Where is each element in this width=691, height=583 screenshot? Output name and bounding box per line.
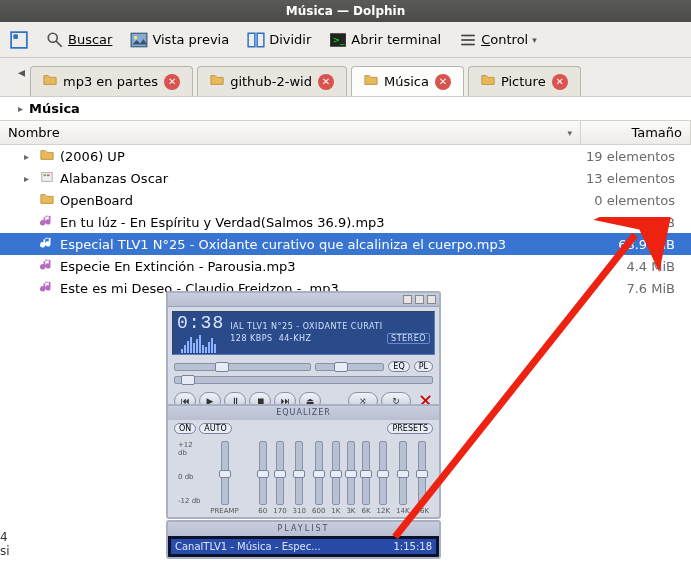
eq-band-label: 14K — [396, 507, 410, 515]
folder-icon — [38, 192, 56, 209]
preview-icon — [130, 31, 148, 49]
tab-scroll-left-icon[interactable]: ◂ — [18, 64, 25, 80]
svg-rect-1 — [13, 34, 18, 39]
player-min-button[interactable] — [403, 295, 412, 304]
seek-slider[interactable] — [174, 376, 433, 384]
eq-band-slider[interactable] — [315, 441, 323, 505]
svg-point-2 — [48, 33, 57, 42]
music-icon — [38, 214, 56, 231]
column-header-name[interactable]: Nombre ▾ — [0, 121, 581, 144]
eq-on-button[interactable]: ON — [174, 423, 196, 434]
svg-text:>_: >_ — [333, 35, 346, 45]
file-list: ▸(2006) UP19 elementos▸Alabanzas Oscar13… — [0, 145, 691, 299]
tab-github-2-wid[interactable]: github-2-wid✕ — [197, 66, 347, 96]
file-size: 4.4 MiB — [573, 259, 683, 274]
column-header-row: Nombre ▾ Tamaño — [0, 120, 691, 145]
file-row[interactable]: ▸Alabanzas Oscar13 elementos — [0, 167, 691, 189]
tab-label: Música — [384, 74, 429, 89]
file-size: 19 elementos — [573, 149, 683, 164]
eq-band-slider[interactable] — [399, 441, 407, 505]
search-button[interactable]: Buscar — [40, 28, 118, 52]
split-button[interactable]: Dividir — [241, 28, 317, 52]
player-track-title: IAL TLV1 N°25 - OXIDANTE CURATI — [230, 322, 430, 331]
eq-presets-button[interactable]: PRESETS — [387, 423, 433, 434]
playlist-title[interactable]: PLAYLIST — [168, 522, 439, 536]
tab-label: mp3 en partes — [63, 74, 158, 89]
eq-toggle-button[interactable]: EQ — [388, 361, 409, 372]
svg-rect-14 — [44, 174, 47, 176]
terminal-button[interactable]: >_ Abrir terminal — [323, 28, 447, 52]
preview-button[interactable]: Vista previa — [124, 28, 235, 52]
folder-icon — [38, 148, 56, 165]
svg-rect-4 — [132, 33, 148, 47]
music-icon — [38, 280, 56, 297]
player-shade-button[interactable] — [415, 295, 424, 304]
file-row[interactable]: OpenBoard0 elementos — [0, 189, 691, 211]
eq-band-slider[interactable] — [332, 441, 340, 505]
search-icon — [46, 31, 64, 49]
svg-rect-7 — [257, 33, 264, 47]
eq-auto-button[interactable]: AUTO — [199, 423, 232, 434]
equalizer-title[interactable]: EQUALIZER — [168, 406, 439, 420]
eq-band-label: 12K — [377, 507, 391, 515]
eq-band-slider[interactable] — [295, 441, 303, 505]
playlist-window[interactable]: PLAYLIST CanalTLV1 - Música - Espec... 1… — [166, 520, 441, 559]
eq-band-slider[interactable] — [418, 441, 426, 505]
breadcrumb[interactable]: ▸ Música — [0, 96, 691, 120]
player-khz: 44-KHZ — [279, 334, 312, 343]
file-name: Especial TLV1 N°25 - Oxidante curativo q… — [56, 237, 573, 252]
tab-picture[interactable]: Picture✕ — [468, 66, 581, 96]
tab-close-button[interactable]: ✕ — [318, 74, 334, 90]
svg-rect-15 — [47, 174, 50, 176]
pl-toggle-button[interactable]: PL — [414, 361, 433, 372]
preamp-slider[interactable] — [221, 441, 229, 505]
expand-icon[interactable]: ▸ — [24, 173, 38, 184]
control-menu-button[interactable]: Control ▾ — [453, 28, 543, 52]
playlist-item-text: CanalTLV1 - Música - Espec... — [175, 541, 321, 552]
volume-slider[interactable] — [174, 363, 311, 371]
audio-player-window[interactable]: 0:38 IAL TLV1 N°25 - OXIDANTE CURATI 128… — [166, 291, 441, 417]
file-size: 7.1 MiB — [573, 215, 683, 230]
eq-band-slider[interactable] — [259, 441, 267, 505]
eq-band-slider[interactable] — [276, 441, 284, 505]
file-name: OpenBoard — [56, 193, 573, 208]
eq-band-label: 16K — [416, 507, 430, 515]
svg-rect-13 — [42, 172, 53, 181]
player-titlebar[interactable] — [168, 293, 439, 307]
eq-band-label: 170 — [273, 507, 286, 515]
main-toolbar: Buscar Vista previa Dividir >_ Abrir ter… — [0, 22, 691, 58]
hamburger-icon — [459, 31, 477, 49]
sort-indicator-icon: ▾ — [567, 128, 572, 138]
tab-close-button[interactable]: ✕ — [552, 74, 568, 90]
eq-band-slider[interactable] — [362, 441, 370, 505]
tab-mp3-en-partes[interactable]: mp3 en partes✕ — [30, 66, 193, 96]
eq-band-label: 3K — [346, 507, 355, 515]
eq-band-label: 310 — [293, 507, 306, 515]
tab-close-button[interactable]: ✕ — [164, 74, 180, 90]
chevron-down-icon: ▾ — [532, 35, 537, 45]
file-name: Alabanzas Oscar — [56, 171, 573, 186]
balance-slider[interactable] — [315, 363, 384, 371]
file-row[interactable]: ▸(2006) UP19 elementos — [0, 145, 691, 167]
equalizer-window[interactable]: EQUALIZER ON AUTO PRESETS +12 db0 db-12 … — [166, 404, 441, 519]
control-label: Control — [481, 32, 528, 47]
column-header-size[interactable]: Tamaño — [581, 121, 691, 144]
file-size: 7.6 MiB — [573, 281, 683, 296]
tab-música[interactable]: Música✕ — [351, 66, 464, 96]
file-row[interactable]: Especial TLV1 N°25 - Oxidante curativo q… — [0, 233, 691, 255]
icon-view-button[interactable] — [4, 28, 34, 52]
folder-icon — [43, 73, 57, 90]
player-close-button[interactable] — [427, 295, 436, 304]
terminal-icon: >_ — [329, 31, 347, 49]
eq-band-slider[interactable] — [379, 441, 387, 505]
file-row[interactable]: Especie En Extinción - Parousia.mp34.4 M… — [0, 255, 691, 277]
eq-band-slider[interactable] — [347, 441, 355, 505]
file-row[interactable]: En tu lúz - En Espíritu y Verdad(Salmos … — [0, 211, 691, 233]
expand-icon[interactable]: ▸ — [24, 151, 38, 162]
svg-point-5 — [134, 36, 137, 39]
music-icon — [38, 258, 56, 275]
window-titlebar: Música — Dolphin — [0, 0, 691, 22]
tab-close-button[interactable]: ✕ — [435, 74, 451, 90]
playlist-item[interactable]: CanalTLV1 - Música - Espec... 1:15:18 — [171, 539, 436, 554]
icon-view-icon — [10, 31, 28, 49]
